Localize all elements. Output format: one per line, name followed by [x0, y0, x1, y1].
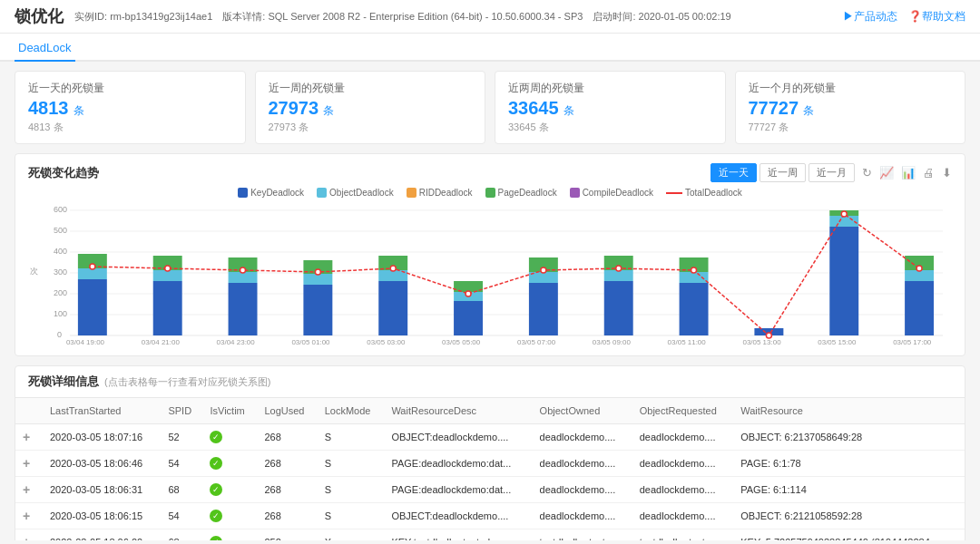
svg-rect-43 [829, 227, 858, 335]
col-logUsed: LogUsed [257, 398, 317, 424]
object-owned: deadlockdemo.... [533, 424, 632, 451]
deadlock-table: LastTranStarted SPID IsVictim LogUsed Lo… [15, 398, 965, 540]
svg-point-56 [616, 266, 622, 271]
table-row[interactable]: + 2020-03-05 18:07:16 52 ✓ 268 S OBJECT:… [15, 424, 965, 451]
bar-chart-icon[interactable]: 📊 [901, 166, 916, 180]
stat-card-week1: 近一周的死锁量 27973 条 27973 条 [255, 71, 486, 144]
spid: 52 [161, 424, 202, 451]
stats-row: 近一天的死锁量 4813 条 4813 条 近一周的死锁量 27973 条 27… [15, 71, 965, 144]
col-expand [15, 398, 43, 424]
svg-rect-39 [680, 283, 709, 335]
table-row[interactable]: + 2020-03-05 18:06:15 54 ✓ 268 S OBJECT:… [15, 503, 965, 529]
last-tran: 2020-03-05 18:06:31 [43, 477, 161, 503]
svg-rect-27 [378, 281, 407, 335]
svg-point-52 [315, 269, 320, 275]
svg-rect-33 [529, 283, 558, 335]
tab-deadlock[interactable]: DeadLock [15, 34, 75, 62]
chart-area: 600 500 400 300 200 100 0 次 [28, 201, 952, 346]
svg-text:03/04 19:00: 03/04 19:00 [66, 338, 105, 346]
chart-type-icon[interactable]: 📈 [879, 166, 894, 180]
svg-text:次: 次 [30, 267, 38, 276]
chart-legend: KeyDeadlock ObjectDeadlock RIDDeadlock P… [28, 188, 952, 198]
svg-text:100: 100 [54, 309, 67, 318]
svg-rect-30 [454, 301, 483, 335]
legend-rid-color [407, 188, 416, 198]
svg-text:03/05 07:00: 03/05 07:00 [517, 338, 556, 346]
chart-header: 死锁变化趋势 近一天 近一周 近一月 ↻ 📈 📊 🖨 ⬇ [28, 163, 952, 182]
stat-sub-week1: 27973 条 [269, 121, 473, 134]
object-owned: testdb.dbo.test... [533, 529, 632, 541]
expand-btn[interactable]: + [15, 424, 43, 451]
is-victim: ✓ [202, 503, 257, 529]
table-row[interactable]: + 2020-03-05 18:06:00 68 ✓ 252 X KEY:tes… [15, 529, 965, 541]
col-lastTran: LastTranStarted [43, 398, 161, 424]
stat-sub-day1: 4813 条 [28, 121, 232, 134]
stat-sub-week2: 33645 条 [508, 121, 712, 134]
col-isVictim: IsVictim [202, 398, 257, 424]
lock-mode: S [318, 424, 385, 451]
main-content: 近一天的死锁量 4813 条 4813 条 近一周的死锁量 27973 条 27… [0, 62, 980, 540]
download-icon[interactable]: ⬇ [942, 166, 952, 180]
expand-btn[interactable]: + [15, 529, 43, 541]
legend-page-color [485, 188, 495, 198]
object-owned: deadlockdemo.... [533, 477, 632, 503]
expand-btn[interactable]: + [15, 477, 43, 503]
chart-section: 死锁变化趋势 近一天 近一周 近一月 ↻ 📈 📊 🖨 ⬇ KeyDeadlock [15, 153, 965, 356]
wait-resource: KEY: 5:72057594038845440 (8194443284a [733, 529, 965, 541]
expand-btn[interactable]: + [15, 503, 43, 529]
spid: 54 [161, 503, 202, 529]
svg-point-57 [691, 267, 697, 273]
log-used: 268 [257, 424, 317, 451]
legend-page: PageDeadlock [485, 188, 557, 198]
object-requested: deadlockdemo.... [632, 424, 733, 451]
svg-point-49 [90, 264, 95, 269]
log-used: 268 [257, 503, 317, 529]
svg-text:03/05 11:00: 03/05 11:00 [668, 338, 707, 346]
table-row[interactable]: + 2020-03-05 18:06:46 54 ✓ 268 S PAGE:de… [15, 451, 965, 477]
spid: 68 [161, 529, 202, 541]
svg-rect-47 [905, 270, 934, 281]
svg-text:600: 600 [54, 205, 67, 214]
stat-sub-month1: 77727 条 [749, 121, 953, 134]
svg-text:400: 400 [54, 247, 67, 256]
svg-text:500: 500 [54, 226, 67, 235]
legend-object: ObjectDeadlock [317, 188, 394, 198]
print-icon[interactable]: 🖨 [923, 166, 935, 180]
svg-rect-19 [153, 270, 182, 281]
is-victim: ✓ [202, 424, 257, 451]
svg-text:03/04 23:00: 03/04 23:00 [217, 338, 256, 346]
header-left: 锁优化 实例ID: rm-bp13419g23ij14ae1 版本详情: SQL… [15, 5, 731, 27]
svg-rect-15 [78, 279, 107, 335]
col-waitResourceDesc: WaitResourceDesc [384, 398, 532, 424]
product-link[interactable]: ▶产品动态 [843, 9, 897, 24]
refresh-icon[interactable]: ↻ [862, 166, 872, 180]
svg-rect-18 [153, 281, 182, 335]
svg-point-54 [466, 291, 471, 296]
time-btn-month[interactable]: 近一月 [808, 163, 855, 182]
time-btn-week[interactable]: 近一周 [760, 163, 806, 182]
expand-btn[interactable]: + [15, 451, 43, 477]
legend-key-color [238, 188, 248, 198]
time-btn-day[interactable]: 近一天 [710, 163, 757, 182]
svg-rect-37 [604, 270, 633, 281]
is-victim: ✓ [202, 451, 257, 477]
col-waitResource: WaitResource [733, 398, 965, 424]
stat-count-week2: 33645 [508, 98, 559, 118]
svg-text:03/05 17:00: 03/05 17:00 [893, 338, 932, 346]
svg-point-60 [916, 266, 922, 271]
svg-rect-21 [229, 283, 258, 335]
help-link[interactable]: ❓帮助文档 [908, 9, 965, 24]
legend-rid: RIDDeadlock [407, 188, 473, 198]
object-owned: deadlockdemo.... [533, 503, 632, 529]
legend-compile: CompileDeadlock [570, 188, 653, 198]
table-row[interactable]: + 2020-03-05 18:06:31 68 ✓ 268 S PAGE:de… [15, 477, 965, 503]
object-requested: deadlockdemo.... [632, 451, 733, 477]
col-lockMode: LockMode [318, 398, 385, 424]
svg-text:03/04 21:00: 03/04 21:00 [142, 338, 181, 346]
svg-rect-32 [454, 281, 483, 292]
time-btn-group: 近一天 近一周 近一月 [710, 163, 855, 182]
wait-resource-desc: KEY:testdb.dbo.test_dea... [384, 529, 532, 541]
svg-rect-36 [604, 281, 633, 335]
svg-text:03/05 05:00: 03/05 05:00 [442, 338, 481, 346]
last-tran: 2020-03-05 18:06:00 [43, 529, 161, 541]
